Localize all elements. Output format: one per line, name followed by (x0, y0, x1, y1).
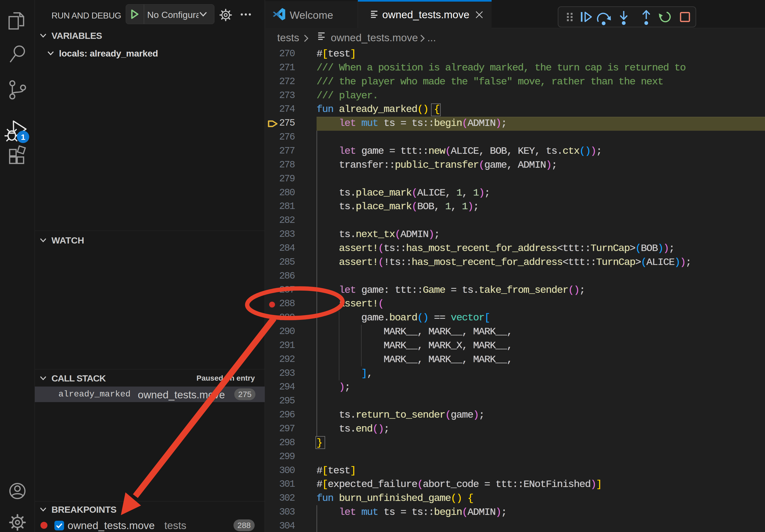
svg-text:1: 1 (21, 133, 25, 141)
